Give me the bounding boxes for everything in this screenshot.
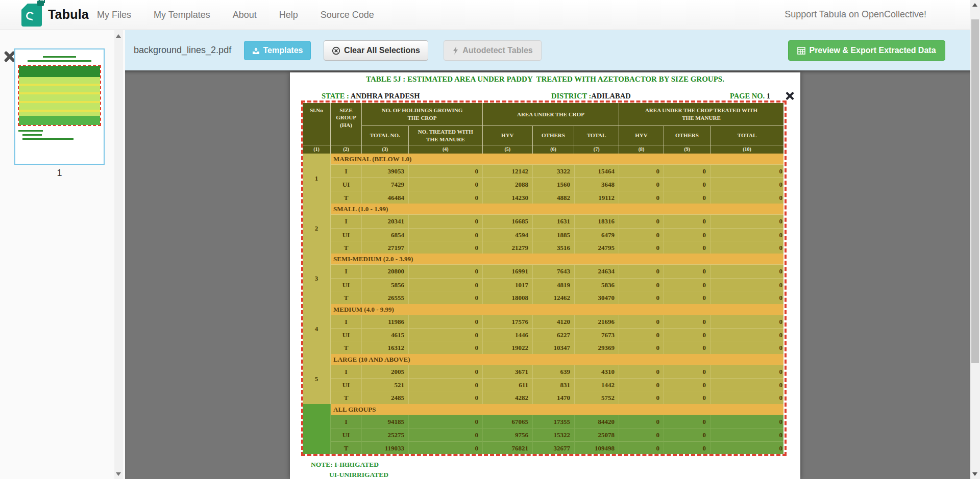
thumbnail-page-number: 1 (14, 168, 105, 179)
table-row: T24850428214705752000 (331, 391, 783, 404)
table-cell: 0 (619, 291, 664, 304)
table-cell: T (331, 391, 362, 404)
table-cell: 0 (409, 278, 483, 291)
table-cell: 0 (710, 215, 783, 228)
table-cell: 0 (664, 241, 710, 254)
nav-help[interactable]: Help (279, 10, 298, 20)
table-cell: 0 (664, 215, 710, 228)
table-cell: 0 (710, 365, 783, 378)
table-cell: 0 (710, 415, 783, 428)
table-header: Sl.No (1) SIZE GROUP (HA) (2) NO. OF HOL… (303, 103, 783, 154)
templates-button[interactable]: Templates (244, 41, 311, 60)
table-cell: 3322 (533, 165, 575, 178)
table-cell: 1442 (575, 378, 619, 391)
table-cell: 25275 (362, 428, 409, 441)
table-cell: 3648 (575, 178, 619, 190)
table-cell: 0 (664, 165, 710, 178)
preview-export-button[interactable]: Preview & Export Extracted Data (788, 40, 945, 61)
group-label: SMALL (1.0 - 1.99) (331, 204, 783, 215)
table-row: T27197021279351624795000 (331, 241, 783, 254)
table-cell: 639 (533, 365, 575, 378)
scroll-down-icon[interactable] (116, 472, 121, 476)
table-cell: 0 (710, 391, 783, 404)
table-cell: 0 (710, 328, 783, 341)
group-slno (303, 404, 331, 454)
table-cell: 0 (619, 328, 664, 341)
table-cell: 0 (409, 365, 483, 378)
lightning-icon (452, 46, 459, 55)
group-slno: 4 (303, 304, 331, 354)
table-cell: 4594 (483, 228, 533, 241)
table-cell: 0 (664, 278, 710, 291)
table-cell: I (331, 415, 362, 428)
delete-selection-button[interactable] (786, 91, 794, 100)
header-area-treated: AREA UNDER THE CROP TREATED WITH THE MAN… (619, 103, 783, 154)
table-cell: 12462 (533, 291, 575, 304)
table-row: UI74290208815603648000 (331, 178, 783, 190)
table-cell: 0 (619, 391, 664, 404)
table-cell: 0 (710, 428, 783, 441)
page-scrollbar[interactable] (970, 0, 980, 479)
group-slno: 1 (303, 154, 331, 204)
table-cell: 0 (664, 291, 710, 304)
table-cell: 20800 (362, 265, 409, 278)
autodetect-tables-button[interactable]: Autodetect Tables (444, 40, 542, 61)
thumbnail-table-preview (18, 65, 101, 126)
table-cell: T (331, 241, 362, 254)
table-cell: 16685 (483, 215, 533, 228)
pdf-doc-title: TABLE 5J : ESTIMATED AREA UNDER PADDY TR… (290, 75, 800, 84)
table-cell: 46484 (362, 191, 409, 204)
nav-my-files[interactable]: My Files (97, 10, 131, 20)
scroll-up-icon[interactable] (116, 34, 121, 38)
table-cell: UI (331, 178, 362, 190)
group-label: ALL GROUPS (331, 404, 783, 415)
nav-my-templates[interactable]: My Templates (154, 10, 210, 20)
header-holdings: NO. OF HOLDINGS GROWING THE CROP TOTAL N… (362, 103, 483, 154)
table-row: I11986017576412021696000 (331, 315, 783, 328)
table-cell: 26555 (362, 291, 409, 304)
table-cell: 6854 (362, 228, 409, 241)
table-cell: 19022 (483, 341, 533, 354)
table-row: I2005036716394310000 (331, 365, 783, 378)
table-cell: 1885 (533, 228, 575, 241)
scrollbar-thumb[interactable] (971, 19, 979, 363)
group-label: SEMI-MEDIUM (2.0 - 3.99) (331, 254, 783, 265)
table-cell: 2005 (362, 365, 409, 378)
table-cell: 0 (664, 441, 710, 454)
table-cell: UI (331, 428, 362, 441)
table-cell: 4120 (533, 315, 575, 328)
table-cell: 0 (409, 441, 483, 454)
table-row: UI46150144662277673000 (331, 328, 783, 341)
clear-all-selections-button[interactable]: Clear All Selections (324, 40, 428, 61)
table-cell: 0 (710, 191, 783, 204)
nav-source-code[interactable]: Source Code (321, 10, 374, 20)
brand-title: Tabula (48, 0, 89, 29)
pdf-page[interactable]: TABLE 5J : ESTIMATED AREA UNDER PADDY TR… (290, 72, 800, 479)
toolbar: background_lines_2.pdf Templates Clear A… (125, 30, 970, 70)
scroll-up-icon[interactable] (972, 3, 977, 7)
table-cell: 7429 (362, 178, 409, 190)
table-cell: 16312 (362, 341, 409, 354)
page-thumbnail[interactable] (14, 48, 105, 165)
table-cell: 0 (664, 415, 710, 428)
pdf-pageno-line: PAGE NO. 1 (730, 92, 770, 100)
table-cell: 29369 (575, 341, 619, 354)
table-cell: 0 (710, 178, 783, 190)
table-cell: 76821 (483, 441, 533, 454)
sidebar-scrollbar[interactable] (114, 30, 123, 479)
table-cell: 0 (710, 441, 783, 454)
table-cell: 3671 (483, 365, 533, 378)
table-cell: UI (331, 278, 362, 291)
nav-about[interactable]: About (233, 10, 257, 20)
table-row: T265550180081246230470000 (331, 291, 783, 304)
table-cell: 4819 (533, 278, 575, 291)
table-cell: 0 (664, 341, 710, 354)
scroll-down-icon[interactable] (972, 472, 977, 476)
table-cell: 0 (664, 391, 710, 404)
table-cell: 109498 (575, 441, 619, 454)
table-row: T46484014230488219112000 (331, 191, 783, 204)
table-cell: 7643 (533, 265, 575, 278)
support-link[interactable]: Support Tabula on OpenCollective! (785, 0, 926, 29)
navbar-menu: My Files My Templates About Help Source … (97, 0, 374, 30)
table-cell: 17576 (483, 315, 533, 328)
